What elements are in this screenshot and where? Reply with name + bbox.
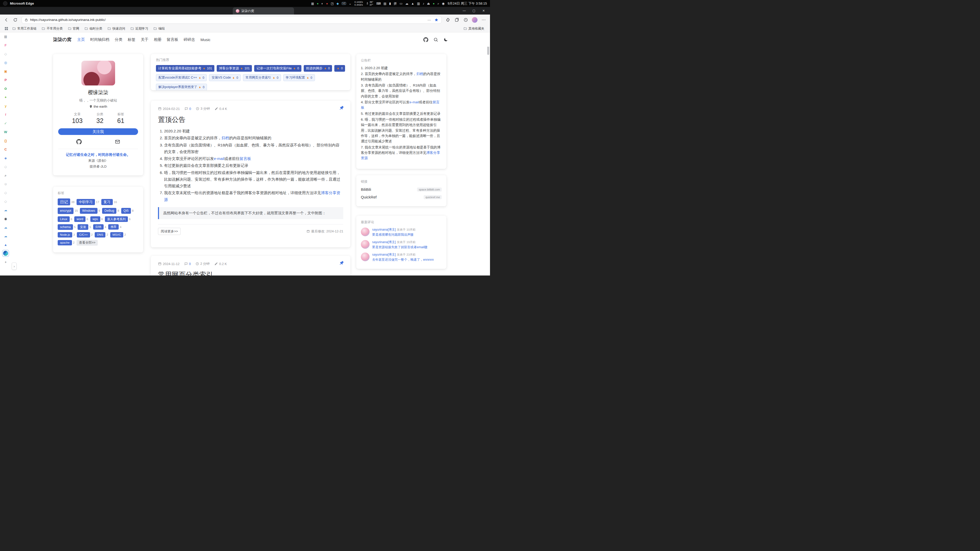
inline-link[interactable]: e-mail (410, 100, 419, 104)
tag-item[interactable]: wps6 (90, 216, 103, 222)
site-logo[interactable]: 柒柒の窝 (53, 37, 72, 43)
bookmark-folder[interactable]: 近期学习 (128, 26, 150, 32)
sidebar-add-app-button[interactable]: + (3, 259, 9, 265)
tag-pill[interactable]: 日记 (58, 198, 70, 205)
hot-recommendation-pill[interactable]: 配置vscode开发调试C C++0 (156, 74, 207, 81)
window-capture-tray-icon[interactable]: ◳ (331, 2, 334, 5)
tag-pill[interactable]: C/C++ (77, 232, 90, 238)
hot-recommendation-pill[interactable]: 解决potplayer界面突然变了0 (156, 84, 207, 90)
cloud-tray-icon[interactable]: ☁ (405, 2, 408, 5)
sidebar-app-cloud-1[interactable]: ☁ (3, 207, 9, 213)
minimize-button[interactable]: — (460, 9, 469, 13)
sidebar-app-cloud-3[interactable]: ☁ (3, 233, 9, 239)
tag-item[interactable]: C/C++2 (77, 232, 93, 238)
collections-icon[interactable] (454, 17, 460, 23)
comment-author[interactable]: sayurinana[博主] (372, 228, 396, 231)
sidebar-app-lab-1[interactable]: ◇ (3, 51, 9, 57)
read-more-button[interactable]: 阅读更多>> (158, 228, 181, 235)
nav-item-标签[interactable]: 标签 (127, 37, 135, 42)
tag-pill[interactable]: DNS (95, 232, 105, 238)
inline-link[interactable]: 归档 (417, 72, 423, 76)
browser-menu-icon[interactable]: ⋯ (481, 17, 487, 23)
caret-tray-icon[interactable]: ⌄ (349, 2, 352, 5)
nav-item-主页[interactable]: 主页 (77, 37, 85, 42)
screenshot-tray-icon[interactable]: ▦ (311, 2, 314, 5)
sidebar-app-c[interactable]: C (3, 146, 9, 152)
url-text[interactable]: https://sayurinana.github.io/sayurinana.… (30, 18, 425, 22)
tag-item[interactable]: 推荐4 (108, 224, 121, 230)
sidebar-app-cloud-2[interactable]: ☁ (3, 224, 9, 230)
sidebar-app-code[interactable]: {} (3, 138, 9, 144)
sidebar-app-y[interactable]: y (3, 103, 9, 109)
netease-tray-icon[interactable]: ● (326, 2, 328, 5)
music-tray-icon[interactable]: ◐ (321, 2, 323, 5)
favorite-star-icon[interactable] (434, 17, 439, 22)
tag-item[interactable]: 安装5 (78, 224, 91, 230)
battery-tray-icon[interactable]: ▮ (389, 2, 391, 5)
dark-mode-moon-icon[interactable] (443, 37, 448, 42)
comment-item[interactable]: sayurinana[博主]发表于 19月前要是资源链接失效了就留言或者emai… (361, 240, 442, 249)
comment-content-link[interactable]: 去年甚至还没做完一整个，晚退了，ennnnn (372, 258, 434, 262)
sidebar-app-pin[interactable]: ▲ (3, 241, 9, 248)
inline-link[interactable]: e-mail (214, 156, 224, 161)
eject-tray-icon[interactable]: ⏏ (427, 2, 430, 5)
sidebar-app-f[interactable]: f (3, 111, 9, 118)
telegram-tray-icon[interactable]: ◆ (336, 2, 339, 5)
sidebar-app-smiley[interactable]: ☺ (3, 181, 9, 187)
apps-grid-icon[interactable] (3, 26, 9, 32)
monitor-tray-icon[interactable]: ▭ (400, 2, 402, 5)
search-icon[interactable] (433, 37, 438, 42)
sidebar-app-blue-ring[interactable]: ◎ (3, 59, 9, 65)
sidebar-app-globe[interactable]: ◉ (3, 216, 9, 222)
hot-recommendation-pill[interactable]: 记录一次打包和安装File0 (254, 65, 301, 72)
extensions-icon[interactable] (445, 17, 451, 23)
sidebar-app-edge[interactable] (3, 250, 9, 256)
tag-item[interactable]: Windows9 (80, 208, 100, 214)
sidebar-app-w[interactable]: W (3, 129, 9, 135)
search-tray-icon[interactable]: ⌕ (438, 2, 439, 5)
hot-recommendation-pill[interactable]: 常用网页分类索引0 (243, 74, 281, 81)
tag-item[interactable]: encrypt15 (58, 208, 78, 214)
address-bar-more-icon[interactable]: ⋯ (427, 17, 431, 22)
hot-recommendation-pill[interactable]: 博客分享资源101 (217, 65, 252, 72)
comment-content-link[interactable]: 要是感觉哪有问题跟我说声嗷 (372, 233, 416, 237)
sidebar-app-toolbox[interactable]: ▣ (3, 68, 9, 74)
display-tray-icon[interactable]: ▤ (383, 2, 387, 5)
tag-pill[interactable]: MSVC (110, 232, 123, 238)
link-item[interactable]: QuickRefquickref.me (361, 195, 442, 199)
hot-recommendation-pill[interactable]: 前进的脚步0 (304, 65, 332, 72)
sidebar-app-fanbox[interactable]: F (3, 42, 9, 48)
bookmark-folder[interactable]: 临时分类 (83, 26, 104, 32)
comment-author[interactable]: sayurinana[博主] (372, 240, 396, 244)
close-button[interactable]: ✕ (479, 9, 488, 13)
tag-item[interactable]: 新人参考系列6 (105, 216, 130, 222)
link-name[interactable]: BiliBili (361, 187, 371, 192)
link-name[interactable]: QuickRef (361, 195, 377, 199)
tag-pill[interactable]: word (74, 216, 86, 222)
nav-item-分类[interactable]: 分类 (115, 37, 122, 42)
address-bar[interactable]: https://sayurinana.github.io/sayurinana.… (21, 16, 442, 24)
tag-pill[interactable]: Linux (58, 216, 70, 222)
system-app-icon[interactable] (3, 1, 7, 6)
tag-pill[interactable]: 新人参考系列 (105, 216, 128, 222)
tag-pill[interactable]: Windows (80, 208, 97, 214)
maximize-button[interactable]: ▢ (469, 9, 479, 13)
tag-pill[interactable]: 复习 (101, 199, 113, 205)
view-all-tags-button[interactable]: 查看全部>> (76, 240, 98, 246)
follow-button[interactable]: 关注我 (58, 128, 138, 135)
sidebar-app-leaf[interactable]: ✦ (3, 94, 9, 100)
article-title[interactable]: 置顶公告 (158, 115, 343, 124)
tag-pill[interactable]: DeBug (102, 208, 116, 214)
tag-pill[interactable]: encrypt (58, 208, 73, 214)
sidebar-app-search[interactable]: ⌕ (3, 172, 9, 178)
comment-item[interactable]: sayurinana[博主]发表于 23月前去年甚至还没做完一整个，晚退了，en… (361, 252, 442, 262)
comment-item[interactable]: sayurinana[博主]发表于 10月前要是感觉哪有问题跟我说声嗷 (361, 227, 442, 237)
history-icon[interactable] (463, 17, 469, 23)
sidebar-app-screenshot[interactable]: ▦ (3, 33, 9, 40)
wechat-tray-icon[interactable]: ● (317, 2, 318, 5)
v2ray-tray-icon[interactable]: V2 (342, 2, 346, 5)
refresh-button[interactable] (13, 17, 18, 23)
comment-author[interactable]: sayurinana[博主] (372, 253, 396, 256)
bookmark-folder[interactable]: 常用工作直链 (10, 26, 38, 32)
other-favorites[interactable]: 其他收藏夹 (461, 26, 487, 32)
